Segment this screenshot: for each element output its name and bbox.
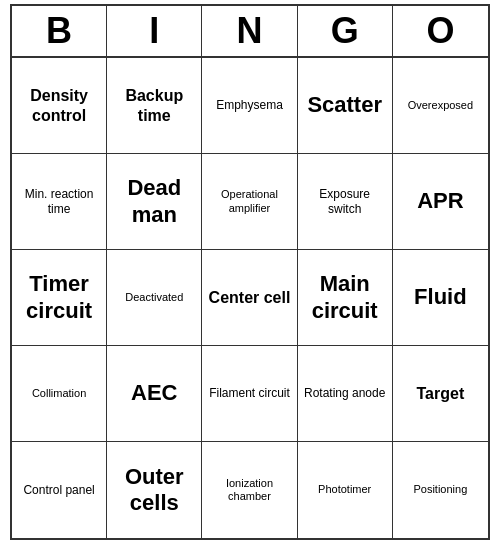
bingo-cell: Ionization chamber [202,442,297,538]
bingo-cell: Target [393,346,488,442]
bingo-cell: Min. reaction time [12,154,107,250]
cell-text: Emphysema [216,98,283,112]
cell-text: Scatter [307,92,382,118]
bingo-cell: Scatter [298,58,393,154]
cell-text: Exposure switch [302,187,388,216]
bingo-cell: Center cell [202,250,297,346]
bingo-cell: Fluid [393,250,488,346]
bingo-cell: Backup time [107,58,202,154]
cell-text: Backup time [111,86,197,124]
bingo-cell: Outer cells [107,442,202,538]
header-letter: G [298,6,393,56]
cell-text: AEC [131,380,177,406]
cell-text: Density control [16,86,102,124]
cell-text: Target [417,384,465,403]
bingo-cell: Main circuit [298,250,393,346]
cell-text: Fluid [414,284,467,310]
bingo-cell: AEC [107,346,202,442]
bingo-cell: Density control [12,58,107,154]
bingo-cell: Rotating anode [298,346,393,442]
cell-text: APR [417,188,463,214]
bingo-cell: Overexposed [393,58,488,154]
cell-text: Phototimer [318,483,371,496]
cell-text: Overexposed [408,99,473,112]
bingo-cell: Collimation [12,346,107,442]
cell-text: Outer cells [111,464,197,517]
bingo-cell: APR [393,154,488,250]
bingo-cell: Operational amplifier [202,154,297,250]
cell-text: Rotating anode [304,386,385,400]
cell-text: Min. reaction time [16,187,102,216]
bingo-card: BINGO Density controlBackup timeEmphysem… [10,4,490,540]
bingo-cell: Dead man [107,154,202,250]
cell-text: Operational amplifier [206,188,292,214]
cell-text: Center cell [209,288,291,307]
cell-text: Dead man [111,175,197,228]
cell-text: Collimation [32,387,86,400]
header-letter: I [107,6,202,56]
cell-text: Main circuit [302,271,388,324]
cell-text: Ionization chamber [206,477,292,503]
bingo-cell: Deactivated [107,250,202,346]
header-letter: O [393,6,488,56]
cell-text: Filament circuit [209,386,290,400]
header-letter: B [12,6,107,56]
cell-text: Positioning [413,483,467,496]
cell-text: Deactivated [125,291,183,304]
cell-text: Timer circuit [16,271,102,324]
bingo-cell: Timer circuit [12,250,107,346]
bingo-cell: Phototimer [298,442,393,538]
cell-text: Control panel [23,483,94,497]
header-letter: N [202,6,297,56]
bingo-cell: Positioning [393,442,488,538]
bingo-grid: Density controlBackup timeEmphysemaScatt… [12,58,488,538]
bingo-header: BINGO [12,6,488,58]
bingo-cell: Control panel [12,442,107,538]
bingo-cell: Filament circuit [202,346,297,442]
bingo-cell: Exposure switch [298,154,393,250]
bingo-cell: Emphysema [202,58,297,154]
